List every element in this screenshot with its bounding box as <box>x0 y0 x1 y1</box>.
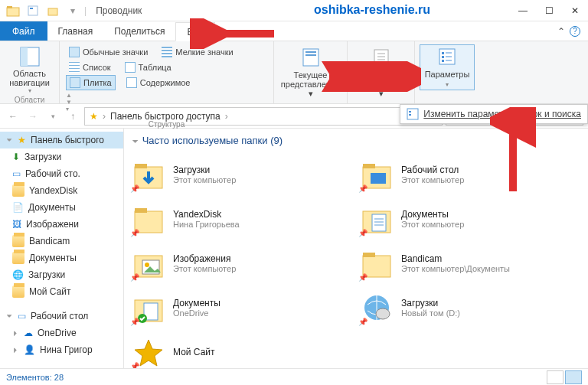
layout-table[interactable]: Таблица <box>122 60 175 75</box>
ribbon-group-panes: Область навигации ▾ Области <box>0 41 60 103</box>
qat-properties-icon[interactable] <box>24 2 41 19</box>
folder-icon: 📌 <box>132 202 165 236</box>
layout-tiles[interactable]: Плитка <box>66 75 116 90</box>
tile-2[interactable]: 📌YandexDiskНина Григорьева <box>132 198 352 240</box>
tile-6[interactable]: 📌ДокументыOneDrive <box>132 287 352 328</box>
tile-sub: Этот компьютер <box>173 264 236 273</box>
section-heading[interactable]: ⏷ Часто используемые папки (9) <box>132 135 580 146</box>
tab-view[interactable]: Вид <box>175 22 215 41</box>
nav-back-button[interactable]: ← <box>5 108 21 125</box>
tile-sub: Этот компьютер <box>401 220 464 229</box>
options-button[interactable]: Параметры▾ <box>420 44 475 90</box>
status-text: Элементов: 28 <box>6 373 64 382</box>
qat-new-folder-icon[interactable] <box>44 2 61 19</box>
tab-file[interactable]: Файл <box>0 21 47 41</box>
sidebar: ⏷★Панель быстрого ⬇Загрузки ▭Рабочий сто… <box>0 129 124 372</box>
tile-3[interactable]: 📌ДокументыЭтот компьютер <box>360 198 580 240</box>
sidebar-desktop-root[interactable]: ⏷▭Рабочий стол <box>0 308 123 325</box>
layout-scroll-down[interactable]: ▼ <box>66 99 267 106</box>
app-icon <box>5 2 21 19</box>
nav-recent-button[interactable]: ▾ <box>44 108 61 125</box>
layout-list[interactable]: Список <box>66 60 114 75</box>
help-icon[interactable]: ? <box>570 26 580 37</box>
svg-rect-13 <box>442 56 444 58</box>
sidebar-documents[interactable]: 📄Документы <box>0 199 123 216</box>
pin-icon: 📌 <box>130 184 139 193</box>
sidebar-documents-2[interactable]: Документы <box>0 250 123 266</box>
tile-4[interactable]: 📌ИзображенияЭтот компьютер <box>132 243 352 284</box>
tile-name: Документы <box>401 209 464 220</box>
sidebar-downloads-2[interactable]: 🌐Загрузки <box>0 266 123 283</box>
tile-0[interactable]: 📌ЗагрузкиЭтот компьютер <box>132 154 352 195</box>
ribbon-group-layout: Обычные значки Мелкие значки Список Табл… <box>60 41 274 103</box>
titlebar: ▾ | Проводник — ☐ ✕ <box>0 0 588 21</box>
sidebar-yandexdisk[interactable]: YandexDisk <box>0 182 123 199</box>
layout-small-icons[interactable]: Мелкие значки <box>158 44 236 60</box>
status-bar: Элементов: 28 <box>0 368 588 385</box>
navigation-pane-button[interactable]: Область навигации ▾ <box>6 44 53 96</box>
svg-rect-17 <box>409 114 411 116</box>
svg-point-29 <box>145 263 149 267</box>
svg-point-36 <box>376 308 390 319</box>
svg-rect-19 <box>135 164 147 168</box>
pin-icon: 📌 <box>358 184 368 193</box>
tile-name: Изображения <box>173 253 236 264</box>
folder-icon: 📌 <box>132 246 165 280</box>
layout-large-icons[interactable]: Обычные значки <box>66 44 151 60</box>
svg-rect-12 <box>442 52 444 54</box>
layout-scroll-up[interactable]: ▲ <box>66 92 267 99</box>
options-dropdown-item[interactable]: Изменить параметры папок и поиска <box>400 104 588 124</box>
ribbon-group-show-hide: Показатьили скрыть ▾ <box>348 41 415 103</box>
svg-rect-0 <box>7 8 19 16</box>
sidebar-quick-access[interactable]: ⏷★Панель быстрого <box>0 132 123 148</box>
layout-expand[interactable]: ▾ <box>66 106 267 113</box>
sidebar-desktop[interactable]: ▭Рабочий сто. <box>0 165 123 182</box>
tab-share[interactable]: Поделиться <box>103 21 175 41</box>
svg-rect-31 <box>363 253 375 257</box>
tile-1[interactable]: 📌Рабочий столЭтот компьютер <box>360 154 580 195</box>
sidebar-downloads[interactable]: ⬇Загрузки <box>0 148 123 165</box>
svg-rect-1 <box>7 6 12 8</box>
divider: | <box>84 5 87 16</box>
sidebar-user[interactable]: ⏵👤Нина Григор <box>0 341 123 358</box>
layout-content[interactable]: Содержимое <box>123 75 194 90</box>
tile-8[interactable]: 📌Мой Сайт <box>132 331 352 372</box>
sidebar-pictures[interactable]: 🖼Изображени <box>0 216 123 233</box>
tile-name: Загрузки <box>173 165 236 175</box>
nav-forward-button[interactable]: → <box>24 108 41 125</box>
svg-rect-24 <box>135 208 147 213</box>
view-tiles-button[interactable] <box>565 370 582 384</box>
window-title: Проводник <box>96 5 142 16</box>
tab-home[interactable]: Главная <box>47 21 104 41</box>
folder-icon: 📌 <box>360 158 394 191</box>
tile-sub: Этот компьютер\Документы <box>401 264 510 273</box>
folder-icon: 📌 <box>360 246 394 280</box>
ribbon-tabs: Файл Главная Поделиться Вид ⌃ ? <box>0 21 588 41</box>
sidebar-bandicam[interactable]: Bandicam <box>0 233 123 250</box>
svg-rect-8 <box>305 51 316 53</box>
current-view-button[interactable]: Текущеепредставление ▾ <box>278 46 343 100</box>
maximize-button[interactable]: ☐ <box>536 0 562 21</box>
svg-rect-14 <box>442 60 444 62</box>
ribbon-group-current-view: Текущеепредставление ▾ <box>274 41 348 103</box>
qat-dropdown-icon[interactable]: ▾ <box>64 2 81 19</box>
sidebar-onedrive[interactable]: ⏵☁OneDrive <box>0 325 123 341</box>
pin-icon: 📌 <box>358 229 368 237</box>
svg-rect-4 <box>48 8 57 15</box>
minimize-button[interactable]: — <box>510 0 536 21</box>
show-hide-button[interactable]: Показатьили скрыть ▾ <box>354 46 408 100</box>
tile-5[interactable]: 📌BandicamЭтот компьютер\Документы <box>360 243 580 284</box>
tile-7[interactable]: 📌ЗагрузкиНовый том (D:) <box>360 287 580 328</box>
tile-name: YandexDisk <box>173 209 240 220</box>
tile-sub: Этот компьютер <box>401 175 464 184</box>
watermark: oshibka-reshenie.ru <box>314 3 430 17</box>
close-button[interactable]: ✕ <box>562 0 588 21</box>
svg-rect-26 <box>372 214 386 231</box>
svg-rect-2 <box>28 6 38 15</box>
svg-rect-22 <box>371 173 386 184</box>
sidebar-mysite[interactable]: Мой Сайт <box>0 283 123 300</box>
pin-icon: 📌 <box>130 273 139 282</box>
view-details-button[interactable] <box>547 370 564 384</box>
tile-sub: Новый том (D:) <box>401 308 460 318</box>
ribbon-collapse-icon[interactable]: ⌃ <box>557 26 565 37</box>
